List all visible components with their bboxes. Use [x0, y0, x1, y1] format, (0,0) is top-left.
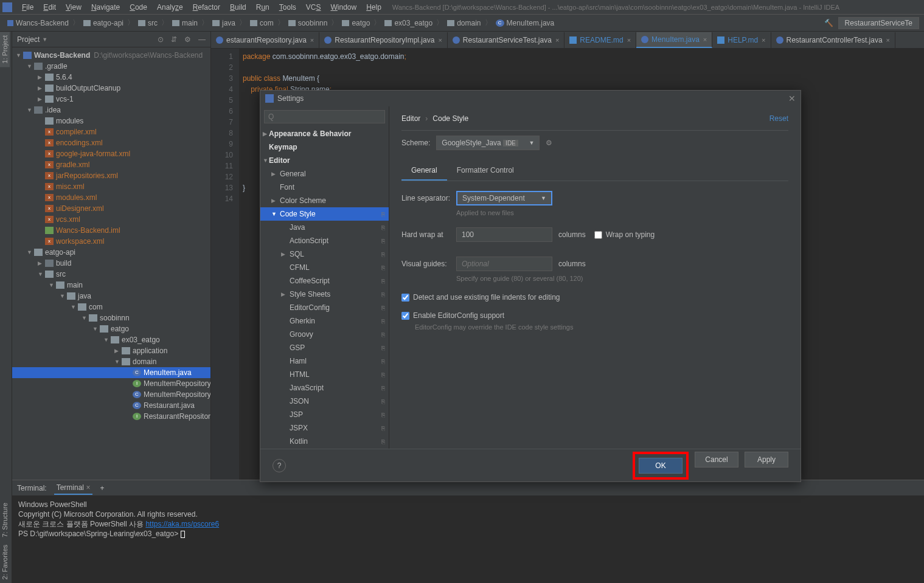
menu-vcs[interactable]: VCS [301, 3, 326, 12]
build-icon[interactable]: 🔨 [824, 19, 833, 27]
close-icon[interactable]: × [886, 36, 890, 44]
cat-color-scheme[interactable]: ▶Color Scheme [260, 194, 389, 207]
cat-lang[interactable]: EditorConfig⎘ [260, 301, 389, 314]
tool-tab-project[interactable]: 1: Project [0, 32, 10, 67]
cat-lang[interactable]: JSPX⎘ [260, 421, 389, 435]
editor-tab[interactable]: RestaurantServiceTest.java× [448, 32, 565, 48]
terminal-tab[interactable]: Terminal × [54, 481, 93, 495]
settings-search-input[interactable] [264, 110, 385, 123]
project-view-label[interactable]: Project [17, 35, 40, 44]
close-icon[interactable]: × [555, 36, 559, 44]
run-config-selector[interactable]: RestaurantServiceTe [838, 17, 919, 29]
collapse-icon[interactable]: ⇵ [171, 35, 177, 44]
menu-tools[interactable]: Tools [274, 3, 301, 12]
menu-window[interactable]: Window [325, 3, 361, 12]
crumb[interactable]: ex03_eatgo [382, 19, 435, 27]
crumb[interactable]: java [210, 19, 238, 27]
cancel-button[interactable]: Cancel [695, 452, 738, 467]
hide-icon[interactable]: — [198, 35, 206, 44]
crumb[interactable]: com [248, 19, 276, 27]
editor-tab[interactable]: RestaurantControllerTest.java× [771, 32, 896, 48]
terminal-link[interactable]: https://aka.ms/pscore6 [145, 520, 219, 528]
gear-icon[interactable]: ⚙ [546, 139, 552, 147]
xml-icon [45, 194, 54, 201]
tree-file-selected[interactable]: MenuItem.java [12, 367, 210, 378]
cat-font[interactable]: Font [260, 181, 389, 194]
cat-lang[interactable]: HTML⎘ [260, 368, 389, 381]
subtab-formatter[interactable]: Formatter Control [447, 161, 524, 181]
detect-indents-checkbox[interactable] [401, 294, 409, 302]
close-icon[interactable]: × [310, 36, 314, 44]
hard-wrap-input[interactable] [456, 227, 552, 242]
close-icon[interactable]: × [627, 36, 631, 44]
editor-tab[interactable]: HELP.md× [712, 32, 771, 48]
crumb[interactable]: domain [445, 19, 483, 27]
editor-tab[interactable]: RestaurantRepositoryImpl.java× [319, 32, 448, 48]
crumb[interactable]: eatgo [339, 19, 372, 27]
reset-link[interactable]: Reset [769, 114, 788, 123]
subtab-general[interactable]: General [401, 161, 447, 181]
settings-icon[interactable]: ⚙ [184, 35, 191, 44]
cat-lang[interactable]: Groovy⎘ [260, 328, 389, 341]
visual-guides-input[interactable] [456, 257, 552, 271]
crumb-file[interactable]: MenuItem.java [493, 19, 557, 27]
crumb[interactable]: main [170, 19, 200, 27]
cat-lang[interactable]: JSP⎘ [260, 408, 389, 421]
cat-lang[interactable]: CFML⎘ [260, 261, 389, 274]
close-icon[interactable]: × [86, 483, 90, 492]
cat-lang[interactable]: Haml⎘ [260, 354, 389, 368]
enable-editorconfig-checkbox[interactable] [401, 312, 409, 320]
project-tree[interactable]: ▼Wancs-BackendD:\git\workspace\Wancs-Bac… [12, 47, 210, 480]
tool-tab-favorites[interactable]: 2: Favorites [0, 541, 10, 583]
settings-category-tree[interactable]: ▶Appearance & Behavior Keymap ▼Editor ▶G… [260, 127, 389, 449]
cat-keymap[interactable]: Keymap [260, 140, 389, 154]
menu-help[interactable]: Help [361, 3, 386, 12]
menu-view[interactable]: View [61, 3, 86, 12]
crumb-root[interactable]: Wancs-Backend [5, 19, 71, 27]
close-icon[interactable]: × [438, 36, 442, 44]
cat-lang[interactable]: ActionScript⎘ [260, 234, 389, 247]
help-button[interactable]: ? [273, 459, 286, 472]
cat-general[interactable]: ▶General [260, 167, 389, 181]
cat-lang[interactable]: Kotlin⎘ [260, 435, 389, 448]
cat-lang[interactable]: ▶Style Sheets⎘ [260, 288, 389, 301]
cat-lang[interactable]: CoffeeScript⎘ [260, 274, 389, 288]
menu-analyze[interactable]: Analyze [152, 3, 188, 12]
close-icon[interactable]: ✕ [788, 94, 796, 103]
new-terminal-button[interactable]: + [100, 484, 104, 492]
terminal-body[interactable]: Windows PowerShell Copyright (C) Microso… [12, 496, 924, 542]
editor-tab-active[interactable]: MenuItem.java× [636, 32, 712, 48]
close-icon[interactable]: × [762, 36, 765, 44]
menu-navigate[interactable]: Navigate [86, 3, 125, 12]
cat-editor[interactable]: ▼Editor [260, 154, 389, 167]
copy-icon: ⎘ [381, 345, 385, 351]
cat-lang[interactable]: JavaScript⎘ [260, 381, 389, 395]
close-icon[interactable]: × [703, 36, 707, 43]
cat-lang[interactable]: Java⎘ [260, 221, 389, 234]
wrap-on-typing-checkbox[interactable] [594, 231, 602, 239]
apply-button[interactable]: Apply [745, 452, 788, 467]
menu-edit[interactable]: Edit [38, 3, 61, 12]
crumb[interactable]: eatgo-api [81, 19, 126, 27]
xml-icon [45, 128, 54, 136]
menu-refactor[interactable]: Refactor [188, 3, 225, 12]
line-separator-dropdown[interactable]: System-Dependent ▼ [456, 191, 552, 205]
crumb[interactable]: soobinnn [286, 19, 330, 27]
cat-lang[interactable]: JSON⎘ [260, 395, 389, 408]
editor-tab[interactable]: estaurantRepository.java× [211, 32, 319, 48]
cat-appearance[interactable]: ▶Appearance & Behavior [260, 127, 389, 140]
crumb[interactable]: src [136, 19, 160, 27]
editor-tab[interactable]: README.md× [564, 32, 636, 48]
menu-file[interactable]: File [17, 3, 38, 12]
cat-lang[interactable]: Gherkin⎘ [260, 314, 389, 328]
menu-build[interactable]: Build [225, 3, 251, 12]
ok-button[interactable]: OK [639, 458, 683, 474]
menu-run[interactable]: Run [251, 3, 274, 12]
cat-code-style[interactable]: ▼Code Style⎘ [260, 207, 389, 221]
locate-icon[interactable]: ⊙ [158, 35, 164, 44]
cat-lang[interactable]: GSP⎘ [260, 341, 389, 354]
tool-tab-structure[interactable]: 7: Structure [0, 499, 10, 541]
menu-code[interactable]: Code [125, 3, 152, 12]
scheme-dropdown[interactable]: GoogleStyle_Java IDE ▼ [436, 136, 540, 150]
cat-lang[interactable]: ▶SQL⎘ [260, 247, 389, 261]
